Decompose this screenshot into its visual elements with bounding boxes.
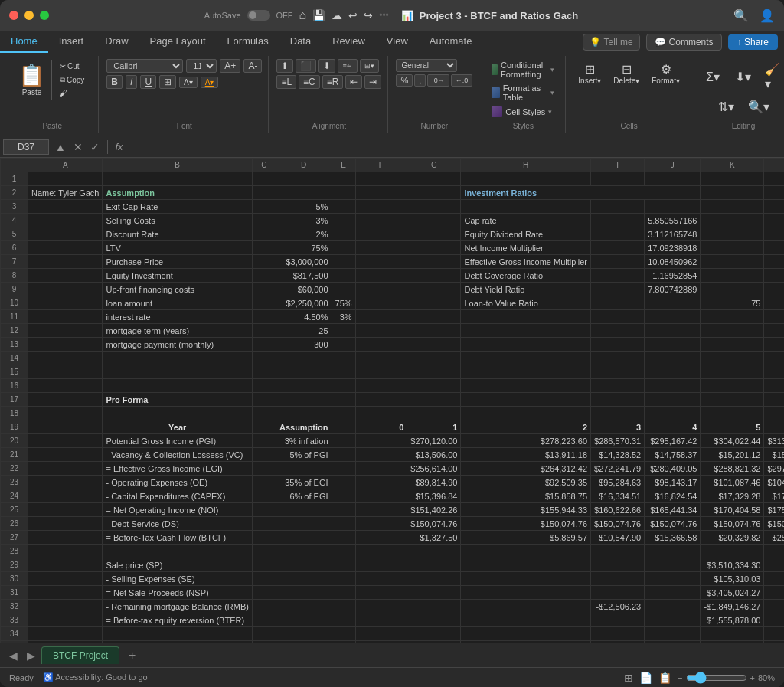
table-cell[interactable]: Exit Cap Rate: [103, 200, 252, 214]
table-cell[interactable]: Selling Costs: [103, 214, 252, 227]
table-cell[interactable]: Assumption: [103, 186, 252, 200]
table-cell[interactable]: $14,328.52: [591, 448, 645, 462]
table-cell[interactable]: [355, 448, 407, 462]
increase-decimal-btn[interactable]: .0→: [427, 74, 449, 87]
table-cell[interactable]: [591, 545, 645, 558]
table-cell[interactable]: [407, 172, 461, 186]
table-cell[interactable]: [407, 214, 461, 227]
formula-input[interactable]: [129, 142, 781, 152]
table-cell[interactable]: $150,074.76: [407, 517, 461, 531]
table-cell[interactable]: $256,614.00: [407, 462, 461, 476]
table-cell[interactable]: [28, 462, 103, 476]
table-cell[interactable]: $89,814.90: [407, 476, 461, 489]
table-cell[interactable]: [252, 172, 276, 186]
col-header-i[interactable]: I: [591, 159, 645, 172]
table-cell[interactable]: [764, 600, 784, 613]
table-cell[interactable]: [276, 572, 332, 586]
col-header-b[interactable]: B: [103, 159, 252, 172]
table-cell[interactable]: [355, 283, 407, 296]
table-cell[interactable]: $95,284.63: [591, 476, 645, 489]
table-cell[interactable]: $150,074.76: [645, 517, 701, 531]
table-cell[interactable]: 75%: [276, 241, 332, 255]
table-cell[interactable]: 1: [407, 420, 461, 434]
font-size-select[interactable]: 11: [186, 59, 217, 73]
table-cell[interactable]: [252, 531, 276, 545]
table-cell[interactable]: [461, 613, 591, 627]
sort-filter-button[interactable]: ⇅▾: [713, 97, 740, 117]
table-cell[interactable]: [461, 324, 591, 338]
table-cell[interactable]: [701, 310, 764, 324]
table-cell[interactable]: $105,310.03: [701, 572, 764, 586]
table-cell[interactable]: [355, 241, 407, 255]
table-cell[interactable]: [701, 393, 764, 407]
table-cell[interactable]: $150,074.76: [764, 517, 784, 531]
table-cell[interactable]: - Vacancy & Collection Lossess (VC): [103, 448, 252, 462]
share-button[interactable]: ↑ Share: [728, 34, 778, 50]
indent-decrease-btn[interactable]: ⇤: [345, 75, 362, 89]
table-cell[interactable]: [407, 352, 461, 365]
table-cell[interactable]: [461, 572, 591, 586]
bold-button[interactable]: B: [106, 75, 122, 89]
table-cell[interactable]: -$12,506.23: [591, 600, 645, 613]
table-cell[interactable]: [764, 352, 784, 365]
table-cell[interactable]: 75%: [332, 296, 355, 310]
table-cell[interactable]: [103, 172, 252, 186]
table-cell[interactable]: [28, 227, 103, 241]
table-cell[interactable]: [28, 200, 103, 214]
merge-btn[interactable]: ⊞▾: [360, 59, 379, 73]
table-cell[interactable]: $92,509.35: [461, 476, 591, 489]
tell-me-box[interactable]: 💡 Tell me: [583, 34, 640, 51]
table-cell[interactable]: [28, 572, 103, 586]
table-cell[interactable]: [591, 310, 645, 324]
table-cell[interactable]: [252, 393, 276, 407]
table-cell[interactable]: [332, 613, 355, 627]
table-cell[interactable]: [591, 572, 645, 586]
table-cell[interactable]: $17,329.28: [701, 489, 764, 503]
table-cell[interactable]: [252, 407, 276, 420]
table-cell[interactable]: [764, 227, 784, 241]
autosave-toggle[interactable]: [247, 10, 270, 21]
table-cell[interactable]: [701, 352, 764, 365]
table-cell[interactable]: 3.112165748: [645, 227, 701, 241]
table-cell[interactable]: [332, 586, 355, 600]
table-cell[interactable]: 25: [276, 324, 332, 338]
table-cell[interactable]: [645, 600, 701, 613]
table-cell[interactable]: [332, 407, 355, 420]
delete-cells-button[interactable]: ⊟ Delete▾: [609, 59, 644, 88]
table-cell[interactable]: [591, 255, 645, 269]
table-cell[interactable]: [645, 558, 701, 572]
table-cell[interactable]: [407, 310, 461, 324]
table-cell[interactable]: [252, 448, 276, 462]
table-cell[interactable]: [332, 324, 355, 338]
table-cell[interactable]: [252, 517, 276, 531]
table-cell[interactable]: 6: [764, 420, 784, 434]
table-cell[interactable]: $10,547.90: [591, 531, 645, 545]
table-cell[interactable]: [332, 352, 355, 365]
table-cell[interactable]: [355, 352, 407, 365]
table-cell[interactable]: [645, 200, 701, 214]
percent-btn[interactable]: %: [396, 74, 413, 87]
table-cell[interactable]: [701, 407, 764, 420]
table-cell[interactable]: - Debt Service (DS): [103, 517, 252, 531]
table-cell[interactable]: Loan-to Value Ratio: [461, 296, 591, 310]
table-cell[interactable]: [355, 434, 407, 448]
table-cell[interactable]: [645, 296, 701, 310]
table-cell[interactable]: $98,143.17: [645, 476, 701, 489]
maximize-button[interactable]: [40, 11, 49, 20]
table-cell[interactable]: [276, 545, 332, 558]
table-cell[interactable]: $20,329.82: [701, 531, 764, 545]
table-cell[interactable]: [701, 627, 764, 641]
table-cell[interactable]: [764, 572, 784, 586]
table-cell[interactable]: [332, 517, 355, 531]
sheet-nav-left[interactable]: ◀: [6, 649, 21, 662]
table-cell[interactable]: [407, 627, 461, 641]
table-cell[interactable]: [28, 558, 103, 572]
table-cell[interactable]: [407, 613, 461, 627]
table-cell[interactable]: $16,334.51: [591, 489, 645, 503]
table-cell[interactable]: Potential Gross Income (PGI): [103, 434, 252, 448]
table-cell[interactable]: [28, 517, 103, 531]
table-cell[interactable]: [645, 379, 701, 393]
table-cell[interactable]: [28, 172, 103, 186]
table-cell[interactable]: [103, 545, 252, 558]
table-cell[interactable]: [407, 586, 461, 600]
